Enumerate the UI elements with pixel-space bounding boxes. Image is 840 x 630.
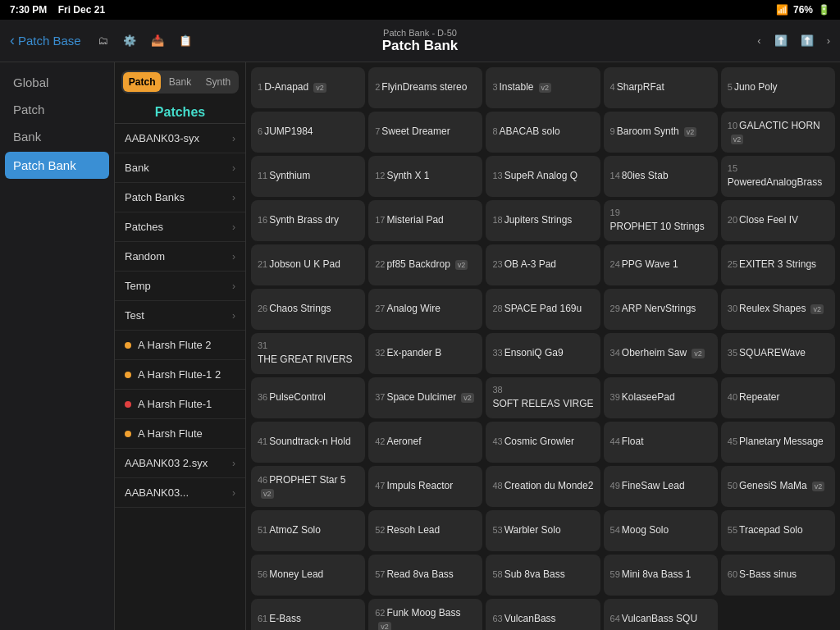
patch-cell-33[interactable]: 33EnsoniQ Ga9 xyxy=(486,333,600,374)
tab-patch[interactable]: Patch xyxy=(123,72,161,92)
dot-item-harsh-flute-1-2[interactable]: A Harsh Flute-1 2 xyxy=(115,360,245,390)
middle-item-random[interactable]: Random › xyxy=(115,242,245,272)
patch-cell-28[interactable]: 28SPACE Pad 169u xyxy=(486,289,600,330)
nav-next-icon[interactable]: › xyxy=(827,34,830,47)
patch-cell-8[interactable]: 8ABACAB solo xyxy=(486,112,600,153)
copy-icon[interactable]: 📋 xyxy=(179,34,192,47)
patch-cell-49[interactable]: 49FineSaw Lead xyxy=(604,466,718,507)
patch-cell-4[interactable]: 4SharpRFat xyxy=(604,67,718,108)
patch-cell-50[interactable]: 50GenesiS MaMav2 xyxy=(721,466,835,507)
patch-cell-6[interactable]: 6JUMP1984 xyxy=(251,112,365,153)
patch-cell-63[interactable]: 63VulcanBass xyxy=(486,599,600,630)
middle-item-aabank03-more[interactable]: AABANK03... › xyxy=(115,478,245,508)
patch-cell-43[interactable]: 43Cosmic Growler xyxy=(486,422,600,463)
sidebar-item-bank[interactable]: Bank xyxy=(0,123,114,150)
tab-synth[interactable]: Synth xyxy=(199,72,237,92)
patch-name: Synth X 1 xyxy=(386,170,429,183)
patch-cell-55[interactable]: 55Tracepad Solo xyxy=(721,510,835,551)
patch-cell-26[interactable]: 26Chaos Strings xyxy=(251,289,365,330)
patch-cell-30[interactable]: 30Reulex Shapesv2 xyxy=(721,289,835,330)
patch-cell-20[interactable]: 20Close Feel IV xyxy=(721,200,835,241)
patch-cell-12[interactable]: 12Synth X 1 xyxy=(368,156,482,197)
middle-item-test[interactable]: Test › xyxy=(115,301,245,331)
patch-cell-53[interactable]: 53Warbler Solo xyxy=(486,510,600,551)
patch-cell-42[interactable]: 42Aeronef xyxy=(368,422,482,463)
nav-export-icon[interactable]: ⬆️ xyxy=(801,34,814,47)
patch-cell-24[interactable]: 24PPG Wave 1 xyxy=(604,244,718,285)
back-arrow-icon: ‹ xyxy=(10,32,15,49)
patch-cell-7[interactable]: 7Sweet Dreamer xyxy=(368,112,482,153)
patch-cell-31[interactable]: 31THE GREAT RIVERS xyxy=(251,333,365,374)
patch-cell-40[interactable]: 40Repeater xyxy=(721,377,835,418)
patch-cell-10[interactable]: 10GALACTIC HORNv2 xyxy=(721,112,835,153)
patch-cell-18[interactable]: 18Jupiters Strings xyxy=(486,200,600,241)
patch-cell-13[interactable]: 13SupeR Analog Q xyxy=(486,156,600,197)
patch-cell-2[interactable]: 2FlyinDreams stereo xyxy=(368,67,482,108)
patch-cell-1[interactable]: 1D-Anapadv2 xyxy=(251,67,365,108)
patch-cell-45[interactable]: 45Planetary Message xyxy=(721,422,835,463)
patch-cell-29[interactable]: 29ARP NervStrings xyxy=(604,289,718,330)
patch-cell-25[interactable]: 25EXITER 3 Strings xyxy=(721,244,835,285)
patch-cell-47[interactable]: 47Impuls Reactor xyxy=(368,466,482,507)
middle-item-bank[interactable]: Bank › xyxy=(115,153,245,183)
patch-cell-46[interactable]: 46PROPHET Star 5v2 xyxy=(251,466,365,507)
patch-cell-39[interactable]: 39KolaseePad xyxy=(604,377,718,418)
inbox-icon[interactable]: 📥 xyxy=(151,34,164,47)
dot-item-harsh-flute[interactable]: A Harsh Flute xyxy=(115,419,245,449)
sidebar-item-patch[interactable]: Patch xyxy=(0,96,114,123)
middle-item-patchbanks[interactable]: Patch Banks › xyxy=(115,183,245,212)
patch-cell-22[interactable]: 22pf85 Backdropv2 xyxy=(368,244,482,285)
patch-cell-14[interactable]: 1480ies Stab xyxy=(604,156,718,197)
dot-item-harsh-flute2[interactable]: A Harsh Flute 2 xyxy=(115,331,245,360)
patch-cell-36[interactable]: 36PulseControl xyxy=(251,377,365,418)
patch-cell-58[interactable]: 58Sub 8va Bass xyxy=(486,555,600,596)
patch-cell-21[interactable]: 21Jobson U K Pad xyxy=(251,244,365,285)
patch-cell-59[interactable]: 59Mini 8va Bass 1 xyxy=(604,555,718,596)
patch-cell-35[interactable]: 35SQUAREWave xyxy=(721,333,835,374)
nav-share-icon[interactable]: ⬆️ xyxy=(774,34,788,47)
nav-title: Patch Bank xyxy=(382,38,459,54)
patch-cell-64[interactable]: 64VulcanBass SQU xyxy=(604,599,718,630)
patch-cell-54[interactable]: 54Moog Solo xyxy=(604,510,718,551)
middle-item-aabank03[interactable]: AABANK03-syx › xyxy=(115,124,245,153)
patch-cell-52[interactable]: 52Resoh Lead xyxy=(368,510,482,551)
patch-cell-38[interactable]: 38SOFT RELEAS VIRGE xyxy=(486,377,600,418)
middle-item-patches[interactable]: Patches › xyxy=(115,212,245,242)
patch-cell-51[interactable]: 51AtmoZ Solo xyxy=(251,510,365,551)
patch-num: 6 xyxy=(258,126,262,136)
dot-item-harsh-flute-1[interactable]: A Harsh Flute-1 xyxy=(115,390,245,419)
patch-cell-3[interactable]: 3Instablev2 xyxy=(486,67,600,108)
patch-cell-5[interactable]: 5Juno Poly xyxy=(721,67,835,108)
nav-back-button[interactable]: ‹ Patch Base xyxy=(10,32,81,49)
patch-cell-19[interactable]: 19PROPHET 10 Strings xyxy=(604,200,718,241)
patch-cell-61[interactable]: 61E-Bass xyxy=(251,599,365,630)
patch-name: Planetary Message xyxy=(739,436,824,449)
patch-cell-16[interactable]: 16Synth Brass dry xyxy=(251,200,365,241)
settings-icon[interactable]: ⚙️ xyxy=(123,34,136,47)
sidebar-item-global[interactable]: Global xyxy=(0,69,114,96)
patch-cell-37[interactable]: 37Space Dulcimerv2 xyxy=(368,377,482,418)
patch-cell-62[interactable]: 62Funk Moog Bassv2 xyxy=(368,599,482,630)
patch-cell-9[interactable]: 9Baroom Synthv2 xyxy=(604,112,718,153)
sidebar-item-patchbank[interactable]: Patch Bank xyxy=(5,152,109,179)
patch-cell-56[interactable]: 56Money Lead xyxy=(251,555,365,596)
patch-cell-17[interactable]: 17Misterial Pad xyxy=(368,200,482,241)
nav-prev-icon[interactable]: ‹ xyxy=(757,34,760,47)
patch-cell-44[interactable]: 44Float xyxy=(604,422,718,463)
patch-cell-11[interactable]: 11Synthium xyxy=(251,156,365,197)
patch-cell-15[interactable]: 15PoweredAnalogBrass xyxy=(721,156,835,197)
patch-num: 8 xyxy=(492,126,497,136)
patch-cell-48[interactable]: 48Creation du Monde2 xyxy=(486,466,600,507)
patch-cell-23[interactable]: 23OB A-3 Pad xyxy=(486,244,600,285)
patch-cell-27[interactable]: 27Analog Wire xyxy=(368,289,482,330)
patch-cell-60[interactable]: 60S-Bass sinus xyxy=(721,555,835,596)
patch-cell-34[interactable]: 34Oberheim Sawv2 xyxy=(604,333,718,374)
patch-cell-57[interactable]: 57Read 8va Bass xyxy=(368,555,482,596)
folder-icon[interactable]: 🗂 xyxy=(98,34,108,47)
patch-cell-32[interactable]: 32Ex-pander B xyxy=(368,333,482,374)
middle-item-aabank03-2[interactable]: AABANK03 2.syx › xyxy=(115,449,245,478)
tab-bank[interactable]: Bank xyxy=(161,72,199,92)
patch-cell-41[interactable]: 41Soundtrack-n Hold xyxy=(251,422,365,463)
middle-item-temp[interactable]: Temp › xyxy=(115,272,245,301)
status-time: 7:30 PM xyxy=(10,4,47,16)
